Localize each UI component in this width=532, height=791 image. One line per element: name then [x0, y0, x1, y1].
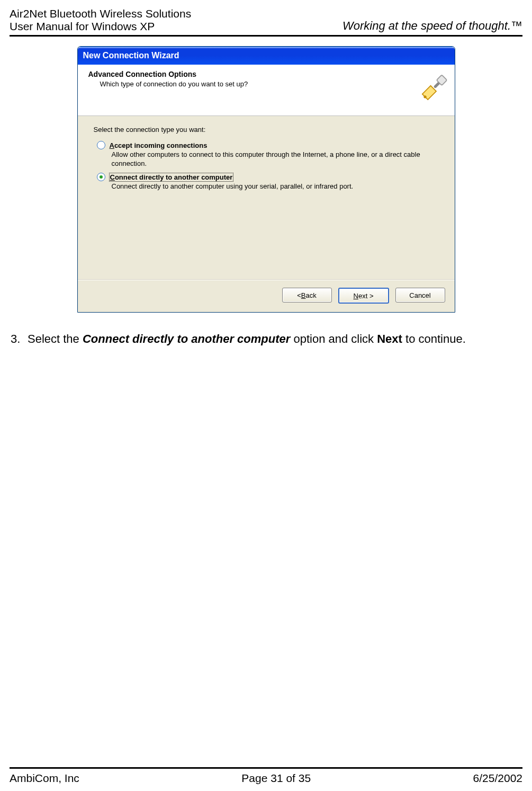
footer-company: AmbiCom, Inc [10, 772, 79, 785]
window-title: New Connection Wizard [83, 51, 179, 60]
wizard-heading: Advanced Connection Options [88, 70, 417, 78]
page-header: Air2Net Bluetooth Wireless Solutions Use… [10, 7, 522, 37]
step-number: 3. [11, 332, 28, 347]
wizard-button-row: < Back Next > Cancel [78, 280, 455, 312]
option-label-direct: Connect directly to another computer [110, 173, 233, 181]
wizard-subheading: Which type of connection do you want to … [100, 80, 417, 88]
option-accept-incoming[interactable]: Accept incoming connections Allow other … [97, 141, 439, 168]
wizard-dialog: New Connection Wizard Advanced Connectio… [77, 46, 455, 313]
slogan: Working at the speed of thought.™ [342, 19, 522, 33]
svg-point-1 [423, 95, 426, 98]
connection-icon [417, 70, 448, 107]
next-button[interactable]: Next > [338, 288, 389, 304]
instruction-step: 3. Select the Connect directly to anothe… [11, 332, 522, 347]
product-title: Air2Net Bluetooth Wireless Solutions [10, 7, 191, 20]
option-desc-direct: Connect directly to another computer usi… [112, 182, 439, 191]
manual-subtitle: User Manual for Windows XP [10, 20, 191, 33]
footer-page: Page 31 of 35 [241, 772, 311, 785]
option-connect-directly[interactable]: Connect directly to another computer Con… [97, 173, 439, 191]
titlebar[interactable]: New Connection Wizard [78, 47, 455, 65]
wizard-content: Select the connection type you want: Acc… [78, 116, 455, 280]
cancel-button[interactable]: Cancel [395, 288, 445, 303]
option-desc-accept: Allow other computers to connect to this… [112, 150, 439, 168]
radio-connect-directly[interactable] [97, 173, 105, 181]
step-text: Select the Connect directly to another c… [28, 332, 522, 347]
page-footer: AmbiCom, Inc Page 31 of 35 6/25/2002 [10, 767, 522, 791]
radio-accept-incoming[interactable] [97, 141, 105, 149]
back-button[interactable]: < Back [282, 288, 332, 303]
footer-date: 6/25/2002 [473, 772, 522, 785]
option-label-accept: Accept incoming connections [110, 141, 208, 149]
header-left: Air2Net Bluetooth Wireless Solutions Use… [10, 7, 191, 33]
wizard-header-panel: Advanced Connection Options Which type o… [78, 65, 455, 116]
instruction-text: Select the connection type you want: [94, 126, 439, 134]
